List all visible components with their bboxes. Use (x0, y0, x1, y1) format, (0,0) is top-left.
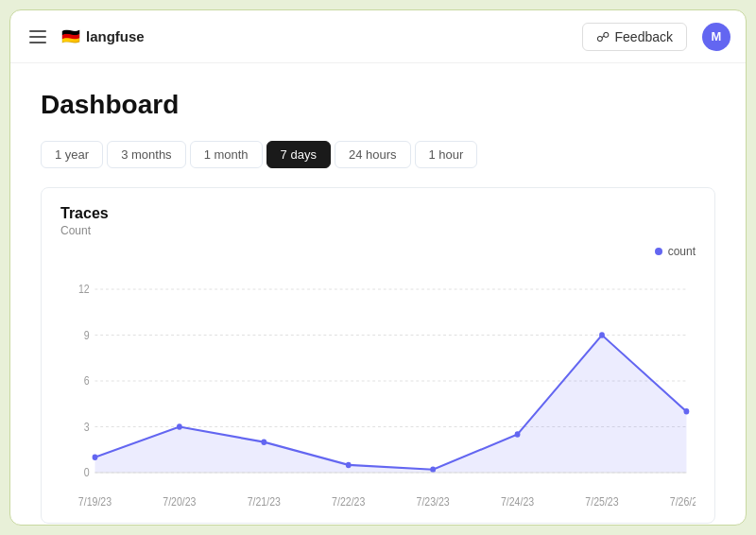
svg-text:12: 12 (78, 284, 90, 296)
chart-legend: count (655, 245, 696, 258)
tab-3m[interactable]: 3 months (107, 141, 185, 168)
svg-point-18 (684, 408, 690, 415)
svg-text:7/25/23: 7/25/23 (585, 495, 618, 508)
svg-text:7/22/23: 7/22/23 (332, 495, 365, 508)
header-left: 🇩🇪 langfuse (26, 26, 145, 47)
svg-marker-10 (94, 336, 686, 474)
logo-flag-icon: 🇩🇪 (61, 27, 80, 45)
tab-7d[interactable]: 7 days (266, 141, 331, 168)
svg-point-12 (177, 423, 182, 430)
feedback-icon: ☍ (596, 29, 610, 44)
svg-text:6: 6 (84, 375, 90, 388)
feedback-button[interactable]: ☍ Feedback (582, 23, 687, 51)
avatar[interactable]: M (702, 23, 730, 51)
chart-header: Traces Count (60, 205, 696, 237)
chart-area: count 0 3 6 9 12 7 (60, 245, 696, 509)
feedback-label: Feedback (615, 29, 673, 44)
app-window: 🇩🇪 langfuse ☍ Feedback M Dashboard 1 yea… (9, 9, 747, 526)
menu-button[interactable] (26, 26, 50, 47)
svg-point-16 (515, 431, 521, 438)
page-title: Dashboard (41, 90, 715, 120)
svg-point-11 (93, 455, 98, 461)
chart-svg-container: 0 3 6 9 12 7/19/237/20/237/21/237/22/237… (60, 264, 696, 509)
svg-text:7/19/23: 7/19/23 (78, 495, 112, 508)
svg-text:7/24/23: 7/24/23 (501, 495, 534, 508)
chart-subtitle: Count (60, 224, 696, 237)
tab-1h[interactable]: 1 hour (415, 141, 478, 168)
svg-point-14 (346, 462, 352, 469)
svg-text:7/23/23: 7/23/23 (417, 495, 450, 508)
svg-point-13 (261, 439, 266, 445)
main-content: Dashboard 1 year3 months1 month7 days24 … (10, 63, 746, 525)
chart-title: Traces (60, 205, 696, 222)
header-right: ☍ Feedback M (582, 23, 730, 51)
svg-text:7/21/23: 7/21/23 (248, 495, 281, 508)
svg-text:0: 0 (84, 467, 90, 479)
legend-label: count (668, 245, 696, 258)
app-name: langfuse (86, 28, 145, 44)
legend-dot-icon (655, 248, 662, 255)
time-range-tabs: 1 year3 months1 month7 days24 hours1 hou… (41, 141, 715, 168)
svg-text:9: 9 (84, 329, 90, 341)
tab-1m[interactable]: 1 month (190, 141, 263, 168)
svg-point-15 (430, 467, 436, 474)
svg-point-17 (599, 332, 605, 338)
traces-chart-section: Traces Count count 0 3 6 9 (41, 187, 715, 524)
svg-text:7/20/23: 7/20/23 (163, 495, 196, 508)
tab-1y[interactable]: 1 year (41, 141, 103, 168)
logo-area: 🇩🇪 langfuse (61, 27, 145, 45)
tab-24h[interactable]: 24 hours (335, 141, 411, 168)
svg-text:7/26/23: 7/26/23 (670, 495, 696, 508)
header: 🇩🇪 langfuse ☍ Feedback M (10, 10, 746, 63)
svg-text:3: 3 (84, 421, 90, 433)
